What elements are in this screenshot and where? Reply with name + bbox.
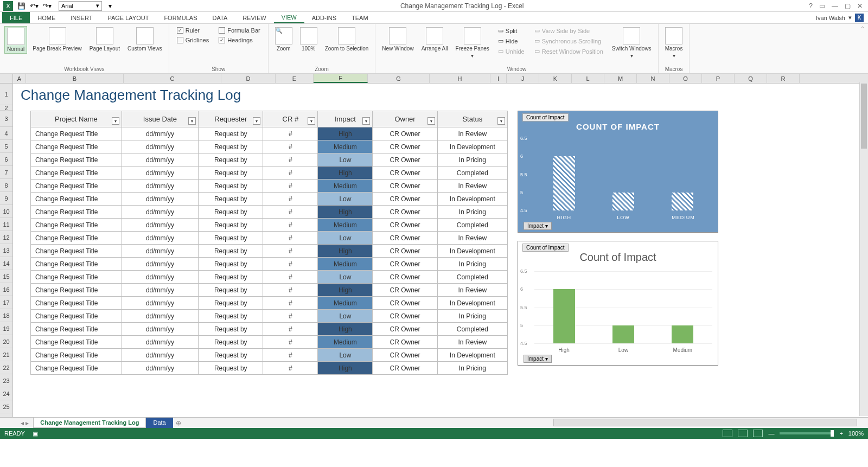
chart-axis-button[interactable]: Impact ▾ [524, 355, 552, 363]
row-header-17[interactable]: 17 [0, 296, 12, 309]
col-header-D[interactable]: D [221, 74, 276, 83]
row-header-5[interactable]: 5 [0, 140, 12, 153]
ribbon-options-icon[interactable]: ▭ [819, 2, 825, 10]
col-header-J[interactable]: J [507, 74, 539, 83]
table-row[interactable]: Change Request Titledd/mm/yyRequest by#L… [31, 271, 508, 284]
table-row[interactable]: Change Request Titledd/mm/yyRequest by#M… [31, 258, 508, 271]
tab-formulas[interactable]: FORMULAS [156, 12, 205, 23]
macro-record-icon[interactable]: ▣ [33, 430, 38, 437]
zoom-in-icon[interactable]: + [839, 430, 843, 437]
split-button[interactable]: ▭ Split [495, 26, 528, 35]
view-side-by-side-button[interactable]: ▭ View Side by Side [531, 26, 607, 35]
help-icon[interactable]: ? [809, 2, 813, 10]
col-header-Q[interactable]: Q [735, 74, 767, 83]
tab-review[interactable]: REVIEW [235, 12, 273, 23]
tab-page-layout[interactable]: PAGE LAYOUT [100, 12, 156, 23]
sheet-tab-active[interactable]: Change Management Tracking Log [33, 418, 146, 428]
normal-view-icon[interactable] [723, 430, 732, 437]
table-row[interactable]: Change Request Titledd/mm/yyRequest by#M… [31, 140, 508, 153]
tab-add-ins[interactable]: ADD-INS [304, 12, 344, 23]
chart-field-button[interactable]: Count of Impact [522, 244, 569, 252]
col-header-L[interactable]: L [572, 74, 604, 83]
table-row[interactable]: Change Request Titledd/mm/yyRequest by#L… [31, 153, 508, 167]
sync-scroll-button[interactable]: ▭ Synchronous Scrolling [531, 36, 607, 46]
table-row[interactable]: Change Request Titledd/mm/yyRequest by#L… [31, 349, 508, 362]
minimize-icon[interactable]: — [832, 2, 838, 10]
row-header-18[interactable]: 18 [0, 309, 12, 322]
macros-button[interactable]: Macros▾ [663, 26, 685, 60]
headings-checkbox[interactable]: ✓Headings [215, 36, 264, 44]
ruler-checkbox[interactable]: ✓Ruler [174, 26, 212, 35]
column-header-requester[interactable]: Requester▾ [199, 111, 263, 127]
tab-insert[interactable]: INSERT [63, 12, 100, 23]
tab-team[interactable]: TEAM [344, 12, 376, 23]
col-header-H[interactable]: H [430, 74, 490, 83]
row-header-9[interactable]: 9 [0, 192, 12, 205]
normal-view-button[interactable]: Normal [4, 26, 27, 54]
row-header-23[interactable]: 23 [0, 374, 12, 387]
row-header-19[interactable]: 19 [0, 322, 12, 335]
zoom-level[interactable]: 100% [848, 430, 864, 437]
row-header-16[interactable]: 16 [0, 283, 12, 296]
new-window-button[interactable]: New Window [380, 26, 416, 53]
horizontal-scrollbar[interactable] [553, 419, 857, 426]
page-layout-view-icon[interactable] [738, 430, 748, 437]
close-icon[interactable]: ✕ [857, 2, 863, 10]
redo-icon[interactable]: ↷▾ [42, 1, 52, 11]
new-sheet-button[interactable]: ⊕ [173, 418, 184, 428]
col-header-B[interactable]: B [26, 74, 124, 83]
chart-field-button[interactable]: Count of Impact [522, 113, 569, 121]
col-header-K[interactable]: K [539, 74, 572, 83]
row-header-4[interactable]: 4 [0, 127, 12, 140]
reset-window-button[interactable]: ▭ Reset Window Position [531, 47, 607, 56]
page-break-view-icon[interactable] [753, 430, 763, 437]
qat-dropdown-icon[interactable]: ▾ [105, 1, 115, 11]
row-header-15[interactable]: 15 [0, 270, 12, 283]
arrange-all-button[interactable]: Arrange All [419, 26, 450, 53]
col-header-O[interactable]: O [669, 74, 702, 83]
chart-count-of-impact-styled[interactable]: Count of Impact COUNT OF IMPACT 4.555.56… [518, 111, 718, 233]
table-row[interactable]: Change Request Titledd/mm/yyRequest by#H… [31, 323, 508, 336]
table-row[interactable]: Change Request Titledd/mm/yyRequest by#M… [31, 297, 508, 310]
column-header-issue-date[interactable]: Issue Date▾ [122, 111, 198, 127]
filter-dropdown-icon[interactable]: ▾ [497, 117, 505, 125]
row-header-25[interactable]: 25 [0, 400, 12, 413]
filter-dropdown-icon[interactable]: ▾ [362, 117, 370, 125]
filter-dropdown-icon[interactable]: ▾ [427, 117, 435, 125]
tab-view[interactable]: VIEW [274, 12, 304, 23]
row-header-3[interactable]: 3 [0, 111, 12, 127]
table-row[interactable]: Change Request Titledd/mm/yyRequest by#H… [31, 362, 508, 375]
column-header-cr-[interactable]: CR #▾ [263, 111, 318, 127]
table-row[interactable]: Change Request Titledd/mm/yyRequest by#H… [31, 245, 508, 258]
row-header-13[interactable]: 13 [0, 244, 12, 257]
sheet-tab-data[interactable]: Data [146, 418, 173, 428]
select-all-corner[interactable] [0, 74, 13, 83]
font-selector[interactable]: Arial▾ [59, 1, 102, 11]
row-header-1[interactable]: 1 [0, 84, 12, 105]
row-header-6[interactable]: 6 [0, 153, 12, 166]
table-row[interactable]: Change Request Titledd/mm/yyRequest by#L… [31, 310, 508, 323]
col-header-G[interactable]: G [368, 74, 430, 83]
table-row[interactable]: Change Request Titledd/mm/yyRequest by#H… [31, 127, 508, 140]
row-header-24[interactable]: 24 [0, 387, 12, 400]
zoom-to-selection-button[interactable]: Zoom to Selection [323, 26, 371, 53]
col-header-P[interactable]: P [702, 74, 735, 83]
chart-axis-button[interactable]: Impact ▾ [524, 222, 552, 230]
table-row[interactable]: Change Request Titledd/mm/yyRequest by#H… [31, 206, 508, 219]
row-header-21[interactable]: 21 [0, 348, 12, 361]
user-account[interactable]: Ivan Walsh▾K [812, 12, 868, 23]
col-header-N[interactable]: N [637, 74, 669, 83]
freeze-panes-button[interactable]: Freeze Panes▾ [454, 26, 492, 60]
table-row[interactable]: Change Request Titledd/mm/yyRequest by#H… [31, 167, 508, 180]
unhide-button[interactable]: ▭ Unhide [495, 47, 528, 56]
row-header-2[interactable]: 2 [0, 105, 12, 111]
row-header-20[interactable]: 20 [0, 335, 12, 348]
cells-area[interactable]: Change Management Tracking Log Project N… [13, 84, 868, 417]
column-header-impact[interactable]: Impact▾ [318, 111, 373, 127]
table-row[interactable]: Change Request Titledd/mm/yyRequest by#M… [31, 180, 508, 193]
tab-home[interactable]: HOME [30, 12, 63, 23]
filter-dropdown-icon[interactable]: ▾ [112, 117, 119, 125]
switch-windows-button[interactable]: Switch Windows▾ [610, 26, 654, 60]
filter-dropdown-icon[interactable]: ▾ [308, 117, 315, 125]
save-icon[interactable]: 💾 [16, 1, 26, 11]
